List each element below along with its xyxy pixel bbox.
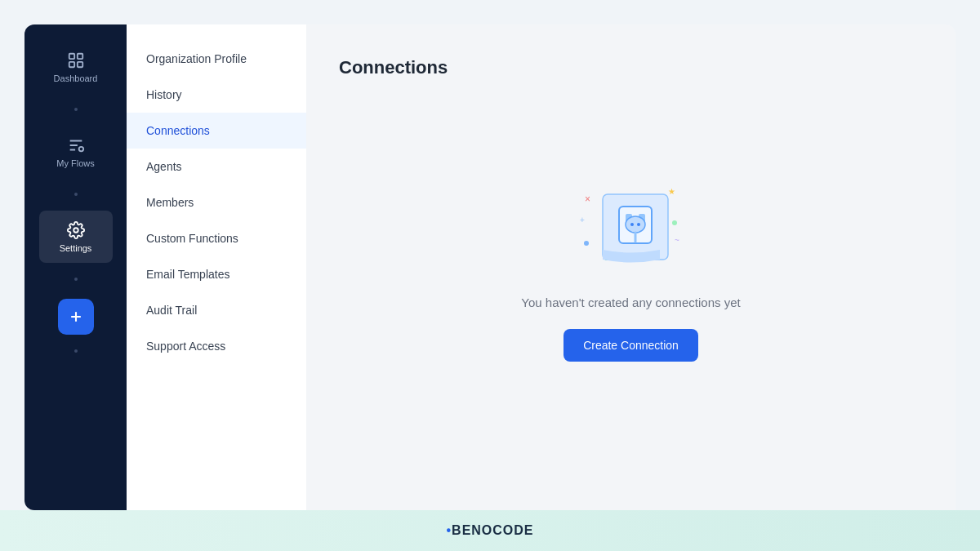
svg-rect-3 xyxy=(77,62,82,67)
sidebar-item-myflows[interactable]: My Flows xyxy=(39,126,113,178)
settings-menu-history[interactable]: History xyxy=(127,77,306,113)
sidebar-dots-4 xyxy=(74,349,78,353)
sidebar-dots-2 xyxy=(74,193,78,196)
svg-point-22 xyxy=(637,223,640,226)
svg-text:~: ~ xyxy=(675,236,679,245)
settings-menu-custom-functions[interactable]: Custom Functions xyxy=(127,220,306,256)
settings-menu-email-templates[interactable]: Email Templates xyxy=(127,256,306,292)
empty-state-message: You haven't created any connections yet xyxy=(521,295,740,309)
svg-point-4 xyxy=(78,147,83,152)
svg-point-5 xyxy=(74,228,78,233)
settings-menu-audit-trail[interactable]: Audit Trail xyxy=(127,292,306,328)
content-panel: Connections × ★ ~ + + xyxy=(306,24,956,510)
empty-state: × ★ ~ + + xyxy=(339,111,923,478)
svg-point-20 xyxy=(626,216,645,233)
sidebar-settings-label: Settings xyxy=(60,243,92,253)
settings-menu-support-access[interactable]: Support Access xyxy=(127,328,306,364)
dashboard-icon xyxy=(66,51,86,70)
sidebar-dashboard-label: Dashboard xyxy=(54,73,98,83)
sidebar-dots-3 xyxy=(74,278,78,281)
main-content: Connections × ★ ~ + + xyxy=(306,24,956,510)
svg-point-10 xyxy=(672,220,677,225)
page-title: Connections xyxy=(339,57,923,78)
dot xyxy=(74,349,78,353)
settings-menu-organization-profile[interactable]: Organization Profile xyxy=(127,41,306,77)
svg-rect-2 xyxy=(69,62,74,67)
settings-sidebar: Organization Profile History Connections… xyxy=(127,24,306,510)
settings-menu-connections[interactable]: Connections xyxy=(127,113,306,149)
sidebar-item-settings[interactable]: Settings xyxy=(39,211,113,263)
sidebar-myflows-label: My Flows xyxy=(56,158,94,168)
sidebar-item-dashboard[interactable]: Dashboard xyxy=(39,41,113,93)
dot xyxy=(74,108,78,111)
svg-rect-1 xyxy=(77,54,82,59)
svg-text:+: + xyxy=(580,216,585,224)
plug-illustration: × ★ ~ + + xyxy=(578,178,684,276)
sidebar-dark: Dashboard My Flows xyxy=(24,24,127,510)
dot xyxy=(74,193,78,196)
settings-menu-agents[interactable]: Agents xyxy=(127,149,306,184)
svg-text:★: ★ xyxy=(668,187,675,196)
footer-logo-text: BENOCODE xyxy=(452,523,533,537)
svg-point-11 xyxy=(584,241,589,246)
svg-rect-0 xyxy=(69,54,74,59)
dot xyxy=(74,278,78,281)
sidebar-dots-1 xyxy=(74,108,78,111)
settings-menu-members[interactable]: Members xyxy=(127,184,306,220)
myflows-icon xyxy=(66,136,86,155)
create-connection-button[interactable]: Create Connection xyxy=(564,329,698,362)
svg-text:×: × xyxy=(585,193,590,205)
footer: •BENOCODE xyxy=(0,510,980,551)
add-button[interactable] xyxy=(58,299,94,335)
footer-logo: •BENOCODE xyxy=(446,523,533,538)
settings-icon xyxy=(66,220,86,240)
svg-point-21 xyxy=(630,223,634,226)
